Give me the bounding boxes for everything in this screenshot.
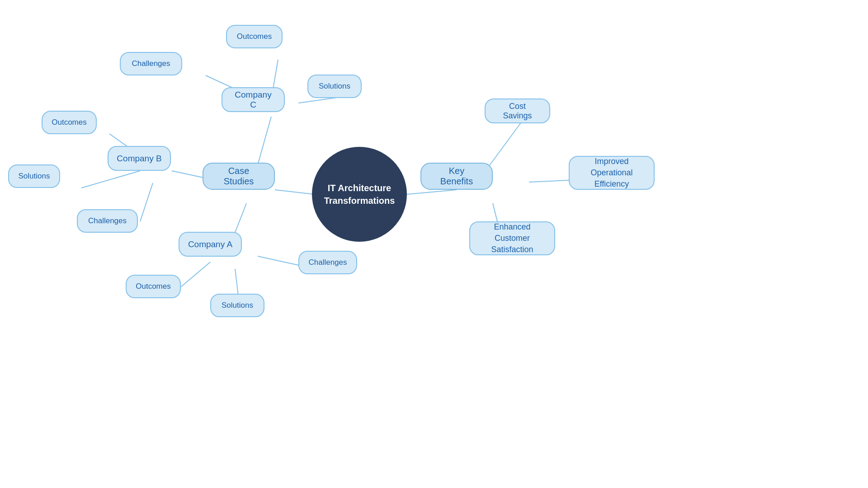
svg-line-10 — [140, 183, 153, 221]
svg-line-5 — [271, 60, 278, 99]
svg-line-15 — [529, 180, 579, 182]
svg-line-0 — [275, 190, 314, 194]
svg-line-16 — [493, 203, 500, 230]
svg-line-2 — [255, 117, 271, 176]
svg-line-11 — [258, 256, 326, 271]
svg-line-1 — [407, 190, 457, 194]
svg-line-6 — [206, 75, 258, 99]
svg-line-13 — [181, 262, 210, 287]
svg-line-7 — [298, 98, 337, 103]
svg-line-8 — [109, 134, 144, 158]
svg-line-4 — [231, 203, 246, 244]
svg-line-14 — [481, 121, 522, 176]
svg-line-3 — [172, 171, 239, 185]
svg-line-12 — [235, 269, 240, 307]
svg-line-9 — [81, 171, 140, 188]
